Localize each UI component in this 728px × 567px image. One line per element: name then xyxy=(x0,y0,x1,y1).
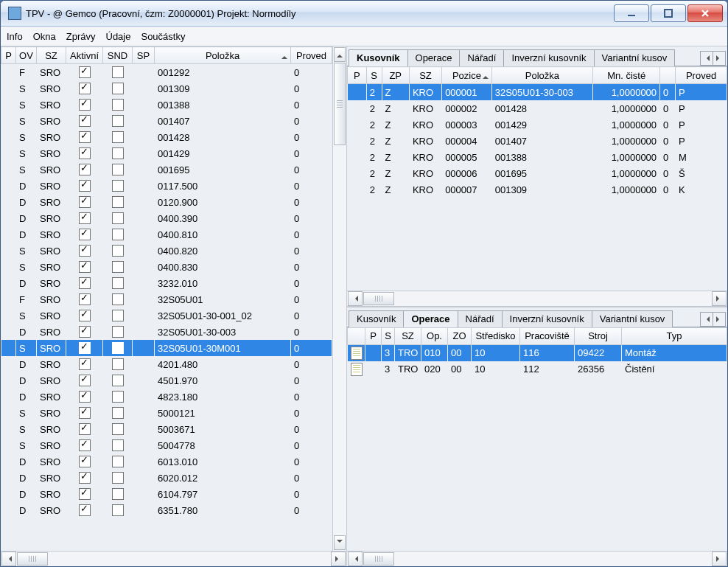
table-row[interactable]: 2ZKRO0000050013881,00000000M xyxy=(348,149,727,165)
scroll-right-icon[interactable] xyxy=(331,552,346,566)
tab-scroll-left[interactable] xyxy=(700,51,713,66)
col-header[interactable]: S xyxy=(366,67,382,84)
col-header[interactable]: S xyxy=(382,327,395,344)
col-header[interactable]: P xyxy=(348,67,367,84)
checkbox-snd[interactable] xyxy=(112,66,124,78)
checkbox-aktivni[interactable] xyxy=(79,115,91,127)
col-header[interactable]: Typ xyxy=(622,327,727,344)
tab[interactable]: Inverzní kusovník xyxy=(502,310,592,327)
checkbox-aktivni[interactable] xyxy=(79,391,91,403)
scroll-down-icon[interactable] xyxy=(334,535,346,550)
checkbox-aktivni[interactable] xyxy=(79,439,91,451)
col-header[interactable]: Položka xyxy=(155,47,291,64)
checkbox-snd[interactable] xyxy=(112,83,124,94)
col-header[interactable]: OV xyxy=(16,47,37,64)
checkbox-snd[interactable] xyxy=(112,423,124,435)
table-row[interactable]: DSRO32S05U01-30-0030 xyxy=(1,324,332,340)
checkbox-snd[interactable] xyxy=(112,375,124,386)
checkbox-snd[interactable] xyxy=(112,488,124,500)
checkbox-aktivni[interactable] xyxy=(79,66,91,78)
col-header[interactable]: SP xyxy=(133,47,155,64)
table-row[interactable]: SSRO0014070 xyxy=(1,113,332,129)
checkbox-snd[interactable] xyxy=(112,196,124,208)
tab[interactable]: Inverzní kusovník xyxy=(503,49,594,66)
scroll-left-icon[interactable] xyxy=(1,552,16,566)
table-row[interactable]: DSRO0120.9000 xyxy=(1,194,332,210)
checkbox-aktivni[interactable] xyxy=(79,83,91,94)
checkbox-aktivni[interactable] xyxy=(79,131,91,143)
col-header[interactable]: P xyxy=(365,327,382,344)
col-header[interactable]: SZ xyxy=(395,327,421,344)
table-row[interactable]: 2ZKRO0000020014281,00000000P xyxy=(348,100,727,116)
checkbox-snd[interactable] xyxy=(112,147,124,159)
tab[interactable]: Kusovník xyxy=(349,49,408,66)
tab[interactable]: Variantní kusov xyxy=(592,310,673,327)
checkbox-snd[interactable] xyxy=(112,391,124,403)
left-hscroll[interactable] xyxy=(1,551,346,566)
checkbox-snd[interactable] xyxy=(112,99,124,111)
tab-scroll-right[interactable] xyxy=(713,51,726,66)
checkbox-aktivni[interactable] xyxy=(79,342,91,354)
menu-zpravy[interactable]: Zprávy xyxy=(66,31,96,42)
left-table[interactable]: POVSZAktivníSNDSPPoložkaProved xyxy=(1,46,332,64)
col-header[interactable]: Aktivní xyxy=(66,47,103,64)
menu-okna[interactable]: Okna xyxy=(33,31,56,42)
checkbox-snd[interactable] xyxy=(112,504,124,516)
checkbox-aktivni[interactable] xyxy=(79,407,91,419)
scroll-thumb[interactable] xyxy=(363,552,394,566)
checkbox-snd[interactable] xyxy=(112,261,124,273)
tab-scroll-right[interactable] xyxy=(713,312,726,327)
table-row[interactable]: DSRO4823.1800 xyxy=(1,389,332,405)
table-row[interactable]: DSRO4501.9700 xyxy=(1,372,332,389)
bottom-table[interactable]: PSSZOp.ZOStřediskoPracovištěStrojTyp 3TR… xyxy=(347,327,727,378)
table-row[interactable]: 3TRO020001011226356Čistění xyxy=(348,361,727,378)
bottom-hscroll[interactable] xyxy=(347,551,727,566)
table-row[interactable]: SSRO0016950 xyxy=(1,161,332,178)
table-row[interactable]: SSRO0013880 xyxy=(1,97,332,113)
document-icon[interactable] xyxy=(351,347,363,360)
table-row[interactable]: FSRO32S05U010 xyxy=(1,291,332,307)
checkbox-aktivni[interactable] xyxy=(79,375,91,386)
table-row[interactable]: DSRO6104.7970 xyxy=(1,486,332,502)
checkbox-snd[interactable] xyxy=(112,131,124,143)
col-header[interactable]: SND xyxy=(103,47,133,64)
checkbox-aktivni[interactable] xyxy=(79,358,91,370)
table-row[interactable]: DSRO6351.7800 xyxy=(1,502,332,518)
scroll-right-icon[interactable] xyxy=(712,291,727,306)
checkbox-aktivni[interactable] xyxy=(79,310,91,321)
checkbox-aktivni[interactable] xyxy=(79,164,91,175)
table-row[interactable]: 2ZKRO0000070013091,00000000K xyxy=(348,181,727,198)
table-row[interactable]: DSRO6013.0100 xyxy=(1,453,332,470)
table-row[interactable]: SSRO32S05U01-30M0010 xyxy=(1,340,332,356)
checkbox-aktivni[interactable] xyxy=(79,326,91,338)
checkbox-snd[interactable] xyxy=(112,245,124,257)
checkbox-snd[interactable] xyxy=(112,342,124,354)
tab[interactable]: Variantní kusov xyxy=(594,49,676,66)
col-header[interactable]: P xyxy=(1,47,16,64)
table-row[interactable]: SSRO50047780 xyxy=(1,437,332,453)
checkbox-aktivni[interactable] xyxy=(79,277,91,289)
scroll-thumb[interactable] xyxy=(334,63,346,145)
checkbox-snd[interactable] xyxy=(112,358,124,370)
checkbox-aktivni[interactable] xyxy=(79,180,91,192)
checkbox-snd[interactable] xyxy=(112,212,124,224)
col-header[interactable]: Stroj xyxy=(575,327,622,344)
col-header[interactable]: Položka xyxy=(491,67,592,84)
minimize-button[interactable] xyxy=(614,4,649,22)
tab[interactable]: Kusovník xyxy=(349,310,404,327)
col-header[interactable]: ZO xyxy=(448,327,472,344)
checkbox-snd[interactable] xyxy=(112,439,124,451)
table-row[interactable]: 3TRO010001011609422Montáž xyxy=(348,344,727,361)
col-header[interactable]: Op. xyxy=(421,327,448,344)
col-header[interactable]: SZ xyxy=(409,67,441,84)
checkbox-snd[interactable] xyxy=(112,229,124,240)
table-row[interactable]: SSRO0014280 xyxy=(1,129,332,145)
table-row[interactable]: SSRO0400.8200 xyxy=(1,243,332,259)
document-icon[interactable] xyxy=(351,363,363,376)
table-row[interactable]: SSRO0400.8300 xyxy=(1,259,332,275)
table-row[interactable]: 2ZKRO0000040014071,00000000P xyxy=(348,133,727,149)
col-header[interactable]: SZ xyxy=(37,47,66,64)
table-row[interactable]: FSRO0012920 xyxy=(1,64,332,80)
col-header[interactable]: Proved xyxy=(291,47,332,64)
table-row[interactable]: SSRO50001210 xyxy=(1,405,332,421)
